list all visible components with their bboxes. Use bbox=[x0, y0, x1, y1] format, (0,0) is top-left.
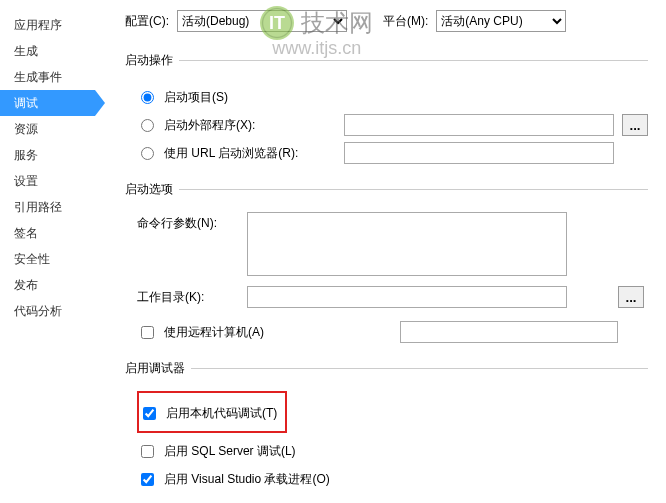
sidebar-item-label: 生成 bbox=[14, 44, 38, 58]
config-label: 配置(C): bbox=[125, 13, 169, 30]
sidebar-item-label: 安全性 bbox=[14, 252, 50, 266]
sidebar-item-label: 资源 bbox=[14, 122, 38, 136]
debuggers-legend: 启用调试器 bbox=[125, 360, 191, 377]
start-action-legend: 启动操作 bbox=[125, 52, 179, 69]
main-panel: 配置(C): 活动(Debug) 平台(M): 活动(Any CPU) 启动操作… bbox=[95, 0, 666, 503]
start-options-legend: 启动选项 bbox=[125, 181, 179, 198]
start-external-radio[interactable] bbox=[141, 119, 154, 132]
start-url-input[interactable] bbox=[344, 142, 614, 164]
sidebar-item-signing[interactable]: 签名 bbox=[14, 220, 95, 246]
workdir-browse-button[interactable]: ... bbox=[618, 286, 644, 308]
native-debug-checkbox[interactable] bbox=[143, 407, 156, 420]
config-row: 配置(C): 活动(Debug) 平台(M): 活动(Any CPU) bbox=[125, 10, 648, 32]
start-project-radio[interactable] bbox=[141, 91, 154, 104]
sidebar-item-app[interactable]: 应用程序 bbox=[14, 12, 95, 38]
sidebar-item-security[interactable]: 安全性 bbox=[14, 246, 95, 272]
start-external-label: 启动外部程序(X): bbox=[164, 117, 255, 134]
sidebar-item-label: 调试 bbox=[14, 96, 38, 110]
platform-select[interactable]: 活动(Any CPU) bbox=[436, 10, 566, 32]
sidebar-item-code-analysis[interactable]: 代码分析 bbox=[14, 298, 95, 324]
workdir-label: 工作目录(K): bbox=[137, 286, 247, 306]
sidebar-item-publish[interactable]: 发布 bbox=[14, 272, 95, 298]
args-textarea[interactable] bbox=[247, 212, 567, 276]
sql-debug-checkbox[interactable] bbox=[141, 445, 154, 458]
sql-debug-label: 启用 SQL Server 调试(L) bbox=[164, 443, 296, 460]
remote-input[interactable] bbox=[400, 321, 618, 343]
remote-checkbox[interactable] bbox=[141, 326, 154, 339]
highlight-box: 启用本机代码调试(T) bbox=[137, 391, 287, 433]
sidebar-item-label: 服务 bbox=[14, 148, 38, 162]
sidebar-item-label: 发布 bbox=[14, 278, 38, 292]
debuggers-group: 启用调试器 启用本机代码调试(T) 启用 SQL Server 调试(L) 启用… bbox=[125, 360, 648, 493]
remote-label: 使用远程计算机(A) bbox=[164, 324, 264, 341]
sidebar-item-resources[interactable]: 资源 bbox=[14, 116, 95, 142]
sidebar-item-label: 生成事件 bbox=[14, 70, 62, 84]
start-action-group: 启动操作 启动项目(S) 启动外部程序(X): ... 使用 URL 启动浏览器… bbox=[125, 52, 648, 167]
vshost-label: 启用 Visual Studio 承载进程(O) bbox=[164, 471, 330, 488]
start-external-browse-button[interactable]: ... bbox=[622, 114, 648, 136]
sidebar-item-label: 应用程序 bbox=[14, 18, 62, 32]
sidebar-item-build-events[interactable]: 生成事件 bbox=[14, 64, 95, 90]
project-properties-page: IT 技术网 www.itjs.cn 应用程序 生成 生成事件 调试 资源 服务… bbox=[0, 0, 666, 503]
start-project-label: 启动项目(S) bbox=[164, 89, 228, 106]
args-label: 命令行参数(N): bbox=[137, 212, 247, 232]
sidebar-item-label: 签名 bbox=[14, 226, 38, 240]
platform-label: 平台(M): bbox=[383, 13, 428, 30]
native-debug-label: 启用本机代码调试(T) bbox=[166, 405, 277, 422]
workdir-input[interactable] bbox=[247, 286, 567, 308]
sidebar-item-settings[interactable]: 设置 bbox=[14, 168, 95, 194]
sidebar-item-label: 设置 bbox=[14, 174, 38, 188]
sidebar-item-label: 引用路径 bbox=[14, 200, 62, 214]
sidebar: 应用程序 生成 生成事件 调试 资源 服务 设置 引用路径 签名 安全性 发布 … bbox=[0, 0, 95, 503]
sidebar-item-label: 代码分析 bbox=[14, 304, 62, 318]
sidebar-item-debug[interactable]: 调试 bbox=[0, 90, 95, 116]
sidebar-item-reference-paths[interactable]: 引用路径 bbox=[14, 194, 95, 220]
sidebar-item-services[interactable]: 服务 bbox=[14, 142, 95, 168]
start-options-group: 启动选项 命令行参数(N): 工作目录(K): ... 使用远程计算机(A) bbox=[125, 181, 648, 346]
sidebar-item-build[interactable]: 生成 bbox=[14, 38, 95, 64]
config-select[interactable]: 活动(Debug) bbox=[177, 10, 347, 32]
start-url-radio[interactable] bbox=[141, 147, 154, 160]
vshost-checkbox[interactable] bbox=[141, 473, 154, 486]
start-url-label: 使用 URL 启动浏览器(R): bbox=[164, 145, 298, 162]
start-external-input[interactable] bbox=[344, 114, 614, 136]
